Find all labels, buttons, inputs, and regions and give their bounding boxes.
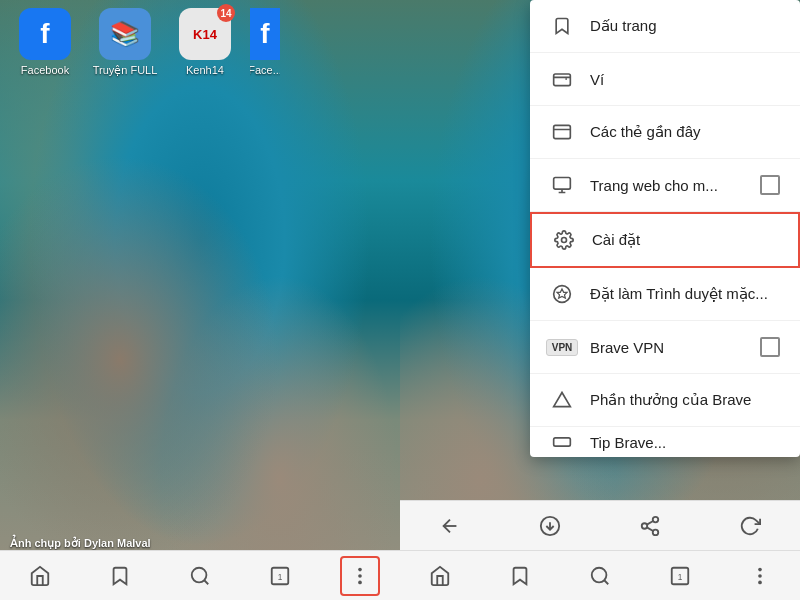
svg-rect-8	[554, 125, 571, 138]
settings-text: Cài đặt	[592, 231, 778, 249]
desktop-icon	[550, 173, 574, 197]
svg-point-0	[192, 567, 207, 582]
background-image	[0, 0, 400, 600]
svg-point-5	[358, 574, 362, 578]
tabs-icon	[550, 120, 574, 144]
nav-menu-left[interactable]	[340, 556, 380, 596]
app-icon-facebook[interactable]: f Facebook	[10, 8, 80, 77]
menu-item-wallet[interactable]: Ví	[530, 53, 800, 106]
svg-point-22	[653, 529, 659, 535]
mini-nav-bar	[400, 500, 800, 550]
dropdown-menu: Dấu trang Ví Các thẻ gần đây	[530, 0, 800, 457]
nav-home-right[interactable]	[420, 556, 460, 596]
wallet-text: Ví	[590, 71, 780, 88]
nav-reload[interactable]	[730, 506, 770, 546]
svg-point-31	[758, 580, 762, 584]
recent-tabs-text: Các thẻ gần đây	[590, 123, 780, 141]
nav-search-left[interactable]	[180, 556, 220, 596]
kenh14-label: Kenh14	[186, 64, 224, 76]
nav-bookmark-right[interactable]	[500, 556, 540, 596]
star-icon	[550, 282, 574, 306]
nav-download[interactable]	[530, 506, 570, 546]
svg-marker-15	[557, 289, 567, 298]
menu-item-desktop[interactable]: Trang web cho m...	[530, 159, 800, 212]
nav-more-right[interactable]	[740, 556, 780, 596]
svg-point-29	[758, 567, 762, 571]
photo-credit-left: Ảnh chụp bởi Dylan Malval	[10, 537, 151, 550]
kenh14-badge: 14	[217, 4, 235, 22]
svg-line-23	[647, 527, 653, 531]
svg-point-13	[562, 238, 567, 243]
svg-line-24	[647, 520, 653, 524]
menu-item-default-browser[interactable]: Đặt làm Trình duyệt mặc...	[530, 268, 800, 321]
nav-back[interactable]	[430, 506, 470, 546]
svg-line-26	[604, 580, 608, 584]
bottom-nav-right: 1	[400, 550, 800, 600]
vpn-text: Brave VPN	[590, 339, 744, 356]
left-panel: f Facebook 📚 Truyện FULL K14 14 Kenh14 f…	[0, 0, 400, 600]
right-panel: Dấu trang Ví Các thẻ gần đây	[400, 0, 800, 600]
menu-item-rewards[interactable]: Phần thưởng của Brave	[530, 374, 800, 427]
nav-share[interactable]	[630, 506, 670, 546]
vpn-checkbox[interactable]	[760, 337, 780, 357]
bookmark-text: Dấu trang	[590, 17, 780, 35]
svg-point-21	[642, 523, 648, 529]
menu-item-vpn[interactable]: VPN Brave VPN	[530, 321, 800, 374]
menu-item-recent-tabs[interactable]: Các thẻ gần đây	[530, 106, 800, 159]
nav-home-left[interactable]	[20, 556, 60, 596]
bottom-nav-left: 1	[0, 550, 400, 600]
nav-bookmark-left[interactable]	[100, 556, 140, 596]
tip-icon	[550, 430, 574, 454]
nav-search-right[interactable]	[580, 556, 620, 596]
svg-rect-10	[554, 178, 571, 190]
app-icons-row: f Facebook 📚 Truyện FULL K14 14 Kenh14 f…	[0, 0, 400, 85]
bookmark-icon	[550, 14, 574, 38]
triangle-icon	[550, 388, 574, 412]
menu-item-tip[interactable]: Tip Brave...	[530, 427, 800, 457]
svg-point-20	[653, 516, 659, 522]
svg-point-25	[592, 567, 607, 582]
svg-point-4	[358, 567, 362, 571]
tip-text: Tip Brave...	[590, 434, 780, 451]
app-icon-face2[interactable]: f Face...	[250, 8, 280, 77]
app-icon-truyen[interactable]: 📚 Truyện FULL	[90, 8, 160, 77]
menu-item-bookmark[interactable]: Dấu trang	[530, 0, 800, 53]
truyen-icon-circle: 📚	[99, 8, 151, 60]
svg-marker-16	[554, 393, 571, 407]
app-icon-kenh14[interactable]: K14 14 Kenh14	[170, 8, 240, 77]
vpn-icon: VPN	[550, 335, 574, 359]
facebook-icon-circle: f	[19, 8, 71, 60]
desktop-checkbox[interactable]	[760, 175, 780, 195]
nav-tabs-left[interactable]: 1	[260, 556, 300, 596]
menu-item-settings[interactable]: Cài đặt	[530, 212, 800, 268]
photographer-name: Dylan Malval	[84, 537, 151, 549]
svg-line-1	[204, 580, 208, 584]
settings-icon	[552, 228, 576, 252]
svg-rect-7	[554, 74, 571, 86]
svg-point-30	[758, 574, 762, 578]
rewards-text: Phần thưởng của Brave	[590, 391, 780, 409]
desktop-text: Trang web cho m...	[590, 177, 744, 194]
truyen-label: Truyện FULL	[93, 64, 158, 77]
nav-tabs-right[interactable]: 1	[660, 556, 700, 596]
face2-icon-circle: f	[250, 8, 280, 60]
face2-label: Face...	[250, 64, 280, 76]
svg-text:1: 1	[278, 572, 283, 581]
svg-point-6	[358, 580, 362, 584]
kenh14-icon-circle: K14 14	[179, 8, 231, 60]
svg-text:1: 1	[678, 572, 683, 581]
default-browser-text: Đặt làm Trình duyệt mặc...	[590, 285, 780, 303]
wallet-icon	[550, 67, 574, 91]
facebook-label: Facebook	[21, 64, 69, 76]
